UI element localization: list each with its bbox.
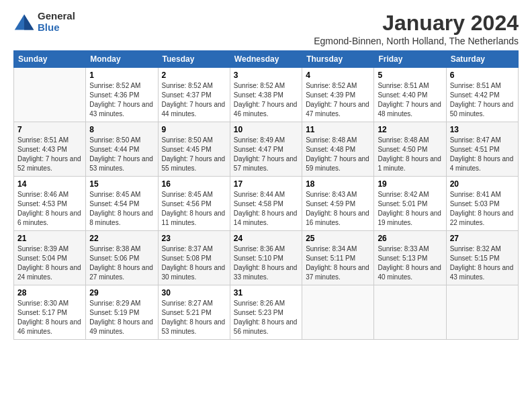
- cell-w3-d1: 14Sunrise: 8:46 AMSunset: 4:53 PMDayligh…: [14, 177, 86, 231]
- day-number: 9: [162, 125, 226, 134]
- cell-w4-d7: 27Sunrise: 8:32 AMSunset: 5:15 PMDayligh…: [446, 231, 518, 285]
- logo-general-text: General: [38, 11, 75, 22]
- cell-w1-d1: [14, 68, 86, 122]
- logo: General Blue: [13, 11, 75, 33]
- cell-w2-d7: 13Sunrise: 8:47 AMSunset: 4:51 PMDayligh…: [446, 122, 518, 177]
- day-number: 12: [378, 125, 442, 134]
- cell-w4-d3: 23Sunrise: 8:37 AMSunset: 5:08 PMDayligh…: [158, 231, 230, 285]
- day-number: 14: [17, 179, 82, 189]
- svg-marker-1: [24, 14, 34, 30]
- day-info: Sunrise: 8:36 AMSunset: 5:10 PMDaylight:…: [234, 244, 298, 282]
- cell-w3-d2: 15Sunrise: 8:45 AMSunset: 4:54 PMDayligh…: [86, 177, 158, 231]
- cell-w3-d5: 18Sunrise: 8:43 AMSunset: 4:59 PMDayligh…: [302, 177, 374, 231]
- cell-w5-d6: [374, 285, 446, 340]
- calendar-body: 1Sunrise: 8:52 AMSunset: 4:36 PMDaylight…: [14, 68, 519, 340]
- col-monday: Monday: [86, 51, 158, 68]
- day-number: 16: [162, 179, 226, 189]
- cell-w2-d5: 11Sunrise: 8:48 AMSunset: 4:48 PMDayligh…: [302, 122, 374, 177]
- cell-w1-d4: 3Sunrise: 8:52 AMSunset: 4:38 PMDaylight…: [230, 68, 302, 122]
- day-info: Sunrise: 8:43 AMSunset: 4:59 PMDaylight:…: [306, 190, 370, 228]
- cell-w4-d4: 24Sunrise: 8:36 AMSunset: 5:10 PMDayligh…: [230, 231, 302, 285]
- day-number: 17: [234, 179, 298, 189]
- day-info: Sunrise: 8:34 AMSunset: 5:11 PMDaylight:…: [306, 244, 370, 282]
- day-info: Sunrise: 8:51 AMSunset: 4:42 PMDaylight:…: [450, 81, 515, 119]
- day-number: 2: [162, 71, 226, 80]
- day-info: Sunrise: 8:48 AMSunset: 4:50 PMDaylight:…: [378, 136, 442, 173]
- cell-w3-d4: 17Sunrise: 8:44 AMSunset: 4:58 PMDayligh…: [230, 177, 302, 231]
- day-number: 22: [89, 234, 154, 243]
- cell-w2-d1: 7Sunrise: 8:51 AMSunset: 4:43 PMDaylight…: [14, 122, 86, 177]
- day-info: Sunrise: 8:39 AMSunset: 5:04 PMDaylight:…: [17, 244, 82, 282]
- day-info: Sunrise: 8:38 AMSunset: 5:06 PMDaylight:…: [89, 244, 154, 282]
- logo-blue-text: Blue: [38, 22, 75, 34]
- calendar-table: Sunday Monday Tuesday Wednesday Thursday…: [13, 50, 519, 340]
- day-info: Sunrise: 8:37 AMSunset: 5:08 PMDaylight:…: [162, 244, 226, 282]
- cell-w1-d2: 1Sunrise: 8:52 AMSunset: 4:36 PMDaylight…: [86, 68, 158, 122]
- day-number: 28: [17, 288, 82, 298]
- cell-w2-d6: 12Sunrise: 8:48 AMSunset: 4:50 PMDayligh…: [374, 122, 446, 177]
- day-number: 26: [378, 234, 442, 243]
- col-thursday: Thursday: [302, 51, 374, 68]
- day-info: Sunrise: 8:52 AMSunset: 4:37 PMDaylight:…: [162, 81, 226, 119]
- cell-w2-d4: 10Sunrise: 8:49 AMSunset: 4:47 PMDayligh…: [230, 122, 302, 177]
- week-row-1: 1Sunrise: 8:52 AMSunset: 4:36 PMDaylight…: [14, 68, 519, 122]
- day-info: Sunrise: 8:52 AMSunset: 4:39 PMDaylight:…: [306, 81, 370, 119]
- week-row-5: 28Sunrise: 8:30 AMSunset: 5:17 PMDayligh…: [14, 285, 519, 340]
- col-saturday: Saturday: [446, 51, 518, 68]
- day-info: Sunrise: 8:44 AMSunset: 4:58 PMDaylight:…: [234, 190, 298, 228]
- logo-icon: [13, 13, 35, 32]
- day-info: Sunrise: 8:49 AMSunset: 4:47 PMDaylight:…: [234, 136, 298, 173]
- day-info: Sunrise: 8:50 AMSunset: 4:45 PMDaylight:…: [162, 136, 226, 173]
- day-number: 8: [89, 125, 154, 134]
- day-number: 19: [378, 179, 442, 189]
- day-number: 6: [450, 71, 515, 80]
- day-info: Sunrise: 8:47 AMSunset: 4:51 PMDaylight:…: [450, 136, 515, 173]
- day-number: 25: [306, 234, 370, 243]
- day-info: Sunrise: 8:51 AMSunset: 4:43 PMDaylight:…: [17, 136, 82, 173]
- header-row: Sunday Monday Tuesday Wednesday Thursday…: [14, 51, 519, 68]
- day-number: 18: [306, 179, 370, 189]
- day-info: Sunrise: 8:30 AMSunset: 5:17 PMDaylight:…: [17, 299, 82, 336]
- title-area: January 2024 Egmond-Binnen, North Hollan…: [314, 11, 519, 46]
- day-number: 20: [450, 179, 515, 189]
- header: General Blue January 2024 Egmond-Binnen,…: [13, 11, 519, 46]
- week-row-4: 21Sunrise: 8:39 AMSunset: 5:04 PMDayligh…: [14, 231, 519, 285]
- cell-w1-d6: 5Sunrise: 8:51 AMSunset: 4:40 PMDaylight…: [374, 68, 446, 122]
- cell-w3-d6: 19Sunrise: 8:42 AMSunset: 5:01 PMDayligh…: [374, 177, 446, 231]
- day-info: Sunrise: 8:41 AMSunset: 5:03 PMDaylight:…: [450, 190, 515, 228]
- month-title: January 2024: [314, 11, 519, 36]
- day-number: 1: [89, 71, 154, 80]
- col-sunday: Sunday: [14, 51, 86, 68]
- cell-w1-d7: 6Sunrise: 8:51 AMSunset: 4:42 PMDaylight…: [446, 68, 518, 122]
- col-friday: Friday: [374, 51, 446, 68]
- day-info: Sunrise: 8:48 AMSunset: 4:48 PMDaylight:…: [306, 136, 370, 173]
- logo-text: General Blue: [38, 11, 75, 33]
- day-info: Sunrise: 8:46 AMSunset: 4:53 PMDaylight:…: [17, 190, 82, 228]
- cell-w4-d2: 22Sunrise: 8:38 AMSunset: 5:06 PMDayligh…: [86, 231, 158, 285]
- cell-w5-d2: 29Sunrise: 8:29 AMSunset: 5:19 PMDayligh…: [86, 285, 158, 340]
- cell-w1-d5: 4Sunrise: 8:52 AMSunset: 4:39 PMDaylight…: [302, 68, 374, 122]
- day-info: Sunrise: 8:50 AMSunset: 4:44 PMDaylight:…: [89, 136, 154, 173]
- cell-w2-d3: 9Sunrise: 8:50 AMSunset: 4:45 PMDaylight…: [158, 122, 230, 177]
- cell-w3-d7: 20Sunrise: 8:41 AMSunset: 5:03 PMDayligh…: [446, 177, 518, 231]
- day-info: Sunrise: 8:32 AMSunset: 5:15 PMDaylight:…: [450, 244, 515, 282]
- day-number: 10: [234, 125, 298, 134]
- day-number: 30: [162, 288, 226, 298]
- day-number: 3: [234, 71, 298, 80]
- cell-w4-d6: 26Sunrise: 8:33 AMSunset: 5:13 PMDayligh…: [374, 231, 446, 285]
- day-number: 27: [450, 234, 515, 243]
- day-info: Sunrise: 8:26 AMSunset: 5:23 PMDaylight:…: [234, 299, 298, 336]
- day-number: 23: [162, 234, 226, 243]
- day-info: Sunrise: 8:52 AMSunset: 4:38 PMDaylight:…: [234, 81, 298, 119]
- day-number: 4: [306, 71, 370, 80]
- week-row-3: 14Sunrise: 8:46 AMSunset: 4:53 PMDayligh…: [14, 177, 519, 231]
- cell-w5-d3: 30Sunrise: 8:27 AMSunset: 5:21 PMDayligh…: [158, 285, 230, 340]
- day-number: 5: [378, 71, 442, 80]
- cell-w5-d1: 28Sunrise: 8:30 AMSunset: 5:17 PMDayligh…: [14, 285, 86, 340]
- cell-w4-d1: 21Sunrise: 8:39 AMSunset: 5:04 PMDayligh…: [14, 231, 86, 285]
- calendar-header: Sunday Monday Tuesday Wednesday Thursday…: [14, 51, 519, 68]
- day-info: Sunrise: 8:45 AMSunset: 4:54 PMDaylight:…: [89, 190, 154, 228]
- day-number: 24: [234, 234, 298, 243]
- col-tuesday: Tuesday: [158, 51, 230, 68]
- day-info: Sunrise: 8:51 AMSunset: 4:40 PMDaylight:…: [378, 81, 442, 119]
